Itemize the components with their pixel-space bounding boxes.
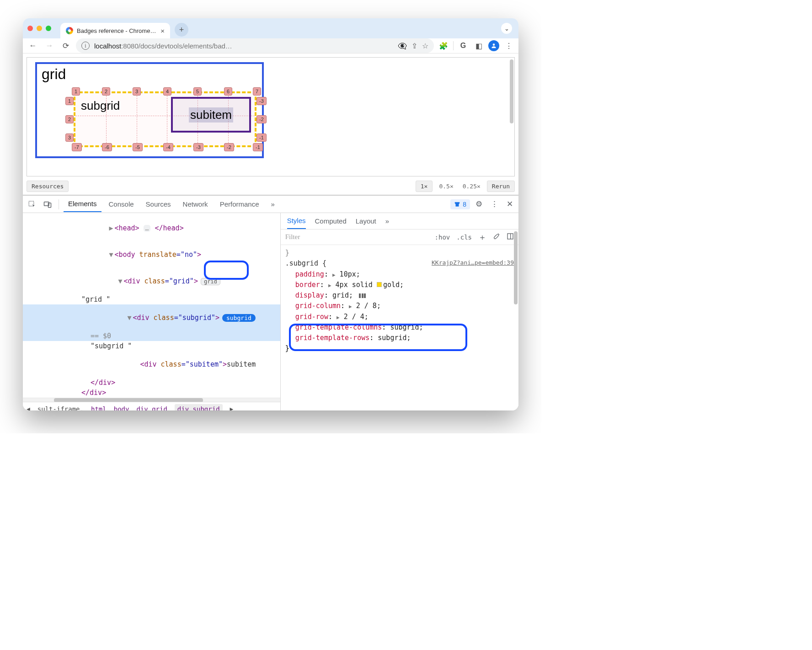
dom-node-subgrid[interactable]: ▼<div class="subgrid">subgrid — [23, 304, 280, 331]
zoom-1x-button[interactable]: 1× — [416, 181, 433, 192]
grid-line-marker: 1 — [72, 87, 80, 96]
share-icon[interactable]: ⇪ — [411, 42, 417, 50]
style-rules[interactable]: } KKrajpZ?ani…pe=embed:39 .subgrid { pad… — [281, 245, 518, 410]
grid-line-marker: 3 — [65, 133, 74, 142]
inspect-element-icon[interactable] — [26, 198, 38, 211]
tab-computed[interactable]: Computed — [315, 213, 347, 229]
side-panel-icon[interactable]: ◧ — [473, 40, 485, 52]
zoom-05x-label[interactable]: 0.5× — [436, 183, 456, 190]
page-viewport: grid subgrid subitem 1 2 3 4 — [23, 53, 518, 195]
styles-filter-input[interactable]: Filter — [285, 233, 428, 241]
dom-horizontal-scrollbar[interactable] — [23, 398, 280, 402]
page-scrollbar[interactable] — [510, 59, 513, 123]
device-toolbar-icon[interactable] — [41, 198, 54, 211]
tab-overflow[interactable]: » — [267, 197, 279, 212]
dom-text-subgrid[interactable]: "subgrid " — [23, 341, 280, 351]
fullscreen-window-icon[interactable] — [46, 26, 51, 31]
tab-styles[interactable]: Styles — [287, 213, 306, 229]
kebab-menu-icon[interactable]: ⋮ — [503, 40, 515, 52]
url-text: localhost:8080/docs/devtools/elements/ba… — [94, 42, 393, 50]
new-rule-icon[interactable]: ＋ — [478, 232, 486, 243]
breadcrumb-item[interactable]: html — [91, 405, 107, 411]
tab-elements[interactable]: Elements — [64, 196, 102, 212]
styles-pane: Styles Computed Layout » Filter :hov .cl… — [281, 213, 518, 410]
grid-line-marker: -6 — [102, 143, 112, 151]
tab-console[interactable]: Console — [104, 197, 139, 212]
styles-scrollbar[interactable] — [514, 231, 518, 410]
grid-editor-icon[interactable] — [359, 293, 366, 298]
demo-toolbar: Resources 1× 0.5× 0.25× Rerun — [27, 179, 515, 193]
settings-icon[interactable]: ⚙ — [473, 199, 485, 209]
close-tab-icon[interactable]: × — [160, 27, 165, 35]
breadcrumb-item-selected[interactable]: div.subgrid — [175, 404, 223, 411]
breadcrumb-right-icon[interactable]: ▶ — [230, 405, 234, 410]
grid-line-marker: 1 — [65, 97, 74, 105]
close-devtools-icon[interactable]: ✕ — [504, 199, 516, 209]
tab-styles-overflow[interactable]: » — [385, 213, 389, 229]
subitem-label: subitem — [189, 107, 233, 123]
tracking-icon[interactable]: 👁️‍🗨️ — [398, 42, 407, 50]
annotation-subgrid-badge — [204, 261, 249, 280]
tab-title: Badges reference - Chrome De — [77, 27, 157, 34]
toolbar-divider — [453, 41, 454, 50]
dom-node-subitem[interactable]: <div class="subitem">subitem — [23, 351, 280, 378]
dom-close-grid[interactable]: </div> — [23, 388, 280, 398]
issues-count: 8 — [463, 201, 466, 208]
styles-toolbar: Filter :hov .cls ＋ — [281, 229, 518, 245]
styles-tabbar: Styles Computed Layout » — [281, 213, 518, 229]
breadcrumb-left-icon[interactable]: ◀ — [27, 405, 30, 410]
grid-line-marker: -4 — [163, 143, 173, 151]
subgrid-label: subgrid — [81, 99, 120, 113]
google-account-icon[interactable]: G — [457, 40, 469, 52]
hov-toggle[interactable]: :hov — [435, 234, 450, 241]
dom-text-grid[interactable]: "grid " — [23, 294, 280, 304]
color-swatch-icon[interactable] — [377, 282, 382, 287]
brush-icon[interactable] — [493, 233, 500, 241]
dom-tree[interactable]: ▶<head> … </head> ▼<body translate="no">… — [23, 213, 280, 398]
breadcrumb-item[interactable]: div.grid — [136, 405, 167, 411]
devtools-kebab-icon[interactable]: ⋮ — [488, 199, 501, 209]
breadcrumb-item[interactable]: sult-iframe. — [37, 405, 84, 411]
tab-layout[interactable]: Layout — [356, 213, 376, 229]
breadcrumb-item[interactable]: body — [114, 405, 129, 411]
grid-line-marker: -7 — [72, 143, 82, 151]
subgrid-badge[interactable]: subgrid — [222, 314, 256, 322]
address-bar[interactable]: i localhost:8080/docs/devtools/elements/… — [76, 38, 434, 53]
grid-line-marker: -1 — [256, 133, 267, 142]
tab-strip: Badges reference - Chrome De × + ⌄ — [23, 18, 518, 38]
browser-window: Badges reference - Chrome De × + ⌄ ← → ⟳… — [23, 18, 518, 410]
issues-button[interactable]: 8 — [450, 199, 470, 209]
forward-button[interactable]: → — [43, 39, 56, 52]
bookmark-icon[interactable]: ☆ — [422, 42, 428, 50]
cls-toggle[interactable]: .cls — [456, 234, 472, 241]
browser-tab[interactable]: Badges reference - Chrome De × — [60, 23, 170, 38]
grid-line-marker: -3 — [193, 143, 203, 151]
close-window-icon[interactable] — [27, 26, 33, 31]
tab-search-button[interactable]: ⌄ — [501, 23, 512, 34]
dom-close-subgrid[interactable]: </div> — [23, 378, 280, 388]
reload-button[interactable]: ⟳ — [59, 39, 72, 52]
profile-avatar-icon[interactable] — [488, 40, 499, 51]
site-info-icon[interactable]: i — [81, 42, 90, 50]
demo-canvas: grid subgrid subitem 1 2 3 4 — [27, 57, 515, 176]
dom-eq0: == $0 — [23, 331, 280, 341]
zoom-025x-label[interactable]: 0.25× — [460, 183, 483, 190]
grid-line-marker: 2 — [102, 87, 110, 96]
grid-label: grid — [42, 66, 66, 83]
resources-button[interactable]: Resources — [27, 181, 69, 192]
grid-line-marker: -5 — [133, 143, 143, 151]
computed-panel-icon[interactable] — [507, 233, 514, 241]
rule-source-link[interactable]: KKrajpZ?ani…pe=embed:39 — [432, 258, 514, 267]
minimize-window-icon[interactable] — [37, 26, 42, 31]
back-button[interactable]: ← — [27, 39, 39, 52]
subitem-box: subitem — [171, 97, 251, 133]
tab-network[interactable]: Network — [178, 197, 213, 212]
tab-performance[interactable]: Performance — [215, 197, 264, 212]
window-controls — [27, 26, 51, 31]
rule-selector[interactable]: .subgrid { — [285, 259, 326, 267]
new-tab-button[interactable]: + — [175, 23, 188, 37]
rerun-button[interactable]: Rerun — [487, 181, 515, 192]
dom-node-head[interactable]: ▶<head> … </head> — [23, 215, 280, 241]
extensions-icon[interactable]: 🧩 — [438, 40, 449, 52]
tab-sources[interactable]: Sources — [141, 197, 176, 212]
